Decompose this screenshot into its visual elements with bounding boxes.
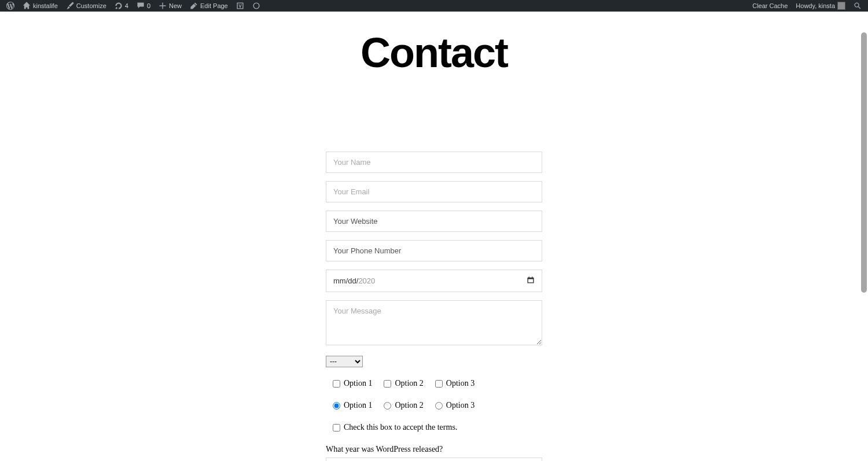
dropdown-menu[interactable]: --- <box>326 356 363 367</box>
scrollbar-thumb[interactable] <box>861 32 867 293</box>
message-field[interactable] <box>326 300 542 345</box>
extra-menu[interactable] <box>248 0 264 12</box>
accept-terms-checkbox[interactable]: Check this box to accept the terms. <box>326 423 542 432</box>
seo-icon <box>236 2 244 10</box>
clear-cache-label: Clear Cache <box>752 2 788 9</box>
updates-menu[interactable]: 4 <box>111 0 133 12</box>
site-name-menu[interactable]: kinstalife <box>19 0 62 12</box>
home-icon <box>23 2 31 10</box>
search-icon <box>854 2 862 10</box>
email-field[interactable] <box>326 181 542 202</box>
new-content-menu[interactable]: New <box>155 0 186 12</box>
checkbox-group: Option 1 Option 2 Option 3 <box>326 379 542 388</box>
customize-link[interactable]: Customize <box>62 0 111 12</box>
yoast-menu[interactable] <box>232 0 248 12</box>
date-display: mm/dd/2020 <box>333 276 375 285</box>
svg-point-0 <box>253 3 259 9</box>
edit-page-link[interactable]: Edit Page <box>186 0 232 12</box>
circle-icon <box>252 2 260 10</box>
website-field[interactable] <box>326 211 542 232</box>
contact-form: mm/dd/2020 --- Option 1 Option 2 Option … <box>326 152 542 461</box>
updates-count: 4 <box>125 2 128 9</box>
radio-option-3[interactable]: Option 3 <box>435 401 475 410</box>
wp-logo-menu[interactable] <box>2 0 19 12</box>
brush-icon <box>66 2 74 10</box>
edit-page-label: Edit Page <box>200 2 228 9</box>
phone-field[interactable] <box>326 240 542 261</box>
new-label: New <box>169 2 182 9</box>
checkbox-option-1[interactable]: Option 1 <box>333 379 372 388</box>
wordpress-icon <box>6 2 14 10</box>
admin-bar: kinstalife Customize 4 0 New <box>0 0 868 12</box>
update-icon <box>115 2 123 10</box>
svg-rect-4 <box>529 276 529 278</box>
customize-label: Customize <box>76 2 106 9</box>
comment-icon <box>137 2 145 10</box>
site-name-label: kinstalife <box>33 2 58 9</box>
plus-icon <box>159 2 167 10</box>
name-field[interactable] <box>326 152 542 173</box>
search-toggle[interactable] <box>849 0 866 12</box>
quiz-answer-field[interactable] <box>326 458 542 461</box>
svg-point-1 <box>855 3 859 7</box>
quiz-question-label: What year was WordPress released? <box>326 445 542 454</box>
svg-rect-5 <box>532 276 532 278</box>
page-content: Contact mm/dd/2020 --- Option 1 Option 2… <box>0 12 868 461</box>
radio-option-2[interactable]: Option 2 <box>384 401 423 410</box>
greeting-label: Howdy, kinsta <box>796 2 835 9</box>
scrollbar[interactable] <box>860 32 868 461</box>
date-field[interactable]: mm/dd/2020 <box>326 270 542 292</box>
clear-cache-link[interactable]: Clear Cache <box>748 0 792 12</box>
comments-menu[interactable]: 0 <box>133 0 155 12</box>
my-account-menu[interactable]: Howdy, kinsta <box>792 0 849 12</box>
avatar <box>837 2 845 10</box>
comments-count: 0 <box>147 2 150 9</box>
checkbox-option-3[interactable]: Option 3 <box>435 379 475 388</box>
page-title: Contact <box>0 29 868 76</box>
radio-option-1[interactable]: Option 1 <box>333 401 372 410</box>
checkbox-option-2[interactable]: Option 2 <box>384 379 423 388</box>
pencil-icon <box>190 2 198 10</box>
calendar-icon <box>527 276 535 286</box>
svg-rect-3 <box>528 279 533 283</box>
radio-group: Option 1 Option 2 Option 3 <box>326 401 542 410</box>
